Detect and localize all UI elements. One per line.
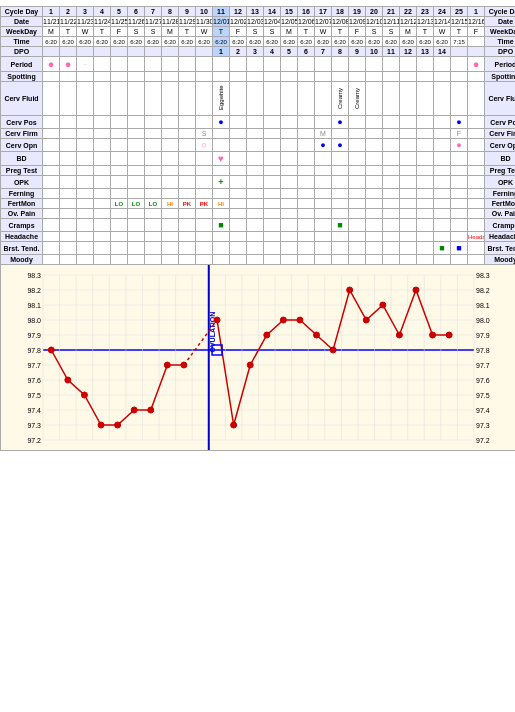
cell-20	[383, 189, 400, 199]
cell-12	[247, 209, 264, 219]
cell-20	[383, 139, 400, 152]
cell-17	[332, 232, 349, 242]
row-label-right-ov.-pain: Ov. Pain	[485, 209, 516, 219]
svg-point-85	[363, 317, 369, 323]
cell-13	[264, 152, 281, 166]
svg-text:97.9: 97.9	[27, 332, 41, 339]
svg-point-80	[280, 317, 286, 323]
cell-13	[264, 116, 281, 129]
cell-21	[400, 176, 417, 189]
cell-6	[145, 189, 162, 199]
cell-10	[213, 209, 230, 219]
cell-6	[145, 116, 162, 129]
cell-20	[383, 116, 400, 129]
cell-15: 6	[298, 47, 315, 57]
cell-14	[281, 242, 298, 255]
cell-16	[315, 199, 332, 209]
cell-17	[332, 255, 349, 265]
cell-12	[247, 152, 264, 166]
cell-24: T	[451, 27, 468, 37]
cell-25: Headache	[468, 232, 485, 242]
cell-4: LO	[111, 199, 128, 209]
cell-21	[400, 199, 417, 209]
cell-0	[43, 152, 60, 166]
cell-10	[213, 139, 230, 152]
cell-13	[264, 176, 281, 189]
cell-18	[349, 199, 366, 209]
cell-19	[366, 152, 383, 166]
cell-2	[77, 219, 94, 232]
svg-point-86	[380, 302, 386, 308]
cell-13	[264, 139, 281, 152]
cell-17: ●	[332, 139, 349, 152]
cell-22	[417, 209, 434, 219]
svg-text:97.7: 97.7	[27, 362, 41, 369]
cell-0	[43, 72, 60, 82]
cell-2: W	[77, 27, 94, 37]
cell-15: 12/06	[298, 17, 315, 27]
cell-23	[434, 72, 451, 82]
cell-0: ●	[43, 57, 60, 72]
cell-5	[128, 152, 145, 166]
cell-22: 13	[417, 47, 434, 57]
cell-8	[179, 166, 196, 176]
cell-3	[94, 139, 111, 152]
cell-13	[264, 209, 281, 219]
cell-5	[128, 82, 145, 116]
cell-6	[145, 72, 162, 82]
cell-1: T	[60, 27, 77, 37]
cell-9: W	[196, 27, 213, 37]
svg-point-77	[231, 422, 237, 428]
svg-text:97.4: 97.4	[476, 407, 490, 414]
cell-2	[77, 176, 94, 189]
svg-text:97.2: 97.2	[476, 437, 490, 444]
cell-20	[383, 176, 400, 189]
cell-14	[281, 255, 298, 265]
cell-5	[128, 139, 145, 152]
cell-22	[417, 219, 434, 232]
cell-4: 6:20	[111, 37, 128, 47]
cell-24	[451, 166, 468, 176]
cell-24: ●	[451, 139, 468, 152]
cell-1	[60, 176, 77, 189]
cell-15	[298, 199, 315, 209]
row-label-right-cycle-day: Cycle Day	[485, 7, 516, 17]
cell-6: LO	[145, 199, 162, 209]
cell-19	[366, 242, 383, 255]
cell-18	[349, 255, 366, 265]
svg-text:97.4: 97.4	[27, 407, 41, 414]
cell-23	[434, 219, 451, 232]
cell-12: 3	[247, 47, 264, 57]
cell-5	[128, 72, 145, 82]
cell-4	[111, 116, 128, 129]
cell-9	[196, 82, 213, 116]
cell-25	[468, 116, 485, 129]
cell-9: ○	[196, 139, 213, 152]
cell-9: S	[196, 129, 213, 139]
row-label-period: Period	[1, 57, 43, 72]
cell-15	[298, 189, 315, 199]
cell-25	[468, 47, 485, 57]
cell-0: 1	[43, 7, 60, 17]
cell-7: 11/28	[162, 17, 179, 27]
cell-5	[128, 209, 145, 219]
cell-20	[383, 82, 400, 116]
cell-25: ●	[468, 57, 485, 72]
cell-7: HI	[162, 199, 179, 209]
cell-20: S	[383, 27, 400, 37]
row-label-cerv-fluid: Cerv Fluid	[1, 82, 43, 116]
svg-text:98.1: 98.1	[27, 302, 41, 309]
cell-6	[145, 176, 162, 189]
cell-17	[332, 72, 349, 82]
cell-3	[94, 209, 111, 219]
cell-23	[434, 152, 451, 166]
cell-11	[230, 57, 247, 72]
cell-8: T	[179, 27, 196, 37]
cell-8	[179, 57, 196, 72]
cell-4	[111, 129, 128, 139]
cell-8	[179, 189, 196, 199]
cell-1	[60, 166, 77, 176]
cell-0	[43, 129, 60, 139]
svg-text:97.9: 97.9	[476, 332, 490, 339]
cell-19	[366, 219, 383, 232]
